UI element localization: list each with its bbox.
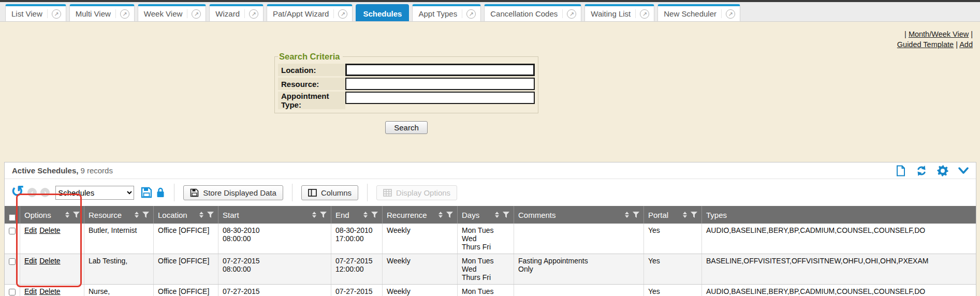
search-criteria-fieldset: Search Criteria Location: Resource: Appo… (274, 52, 538, 113)
tab-schedules[interactable]: Schedules (356, 4, 409, 21)
column-header-location[interactable]: Location (154, 206, 218, 224)
view-select[interactable]: Schedules (55, 186, 134, 200)
delete-link[interactable]: Delete (39, 287, 60, 295)
tab-label: List View (10, 9, 48, 18)
panel-title-bold: Active Schedules, (12, 166, 78, 175)
save-view-icon[interactable] (141, 187, 152, 198)
cell-options: EditDelete (20, 224, 84, 254)
tab-label: Week View (143, 9, 187, 18)
filter-funnel-icon[interactable] (633, 212, 639, 218)
sort-icon[interactable] (435, 212, 443, 218)
filter-funnel-icon[interactable] (320, 212, 327, 218)
column-label: Types (706, 211, 727, 219)
collapse-chevron-icon[interactable] (958, 167, 969, 174)
resource-input[interactable] (345, 78, 535, 90)
select-all-checkbox[interactable] (9, 214, 16, 221)
appointment-type-input[interactable] (345, 92, 535, 104)
column-header-portal[interactable]: Portal (644, 206, 702, 224)
cell-days: Mon Tues Wed Thurs Fri (458, 254, 514, 284)
filter-funnel-icon[interactable] (142, 212, 149, 218)
sort-icon[interactable] (492, 212, 499, 218)
column-header-options[interactable]: Options (20, 206, 84, 224)
settings-gear-icon[interactable] (937, 165, 948, 176)
filter-funnel-icon[interactable] (691, 212, 697, 218)
tab-multi-view[interactable]: Multi View ↗ (69, 4, 135, 21)
location-input[interactable] (345, 64, 535, 76)
column-header-start[interactable]: Start (218, 206, 331, 224)
edit-link[interactable]: Edit (24, 257, 37, 265)
tab-appt-types[interactable]: Appt Types ↗ (412, 4, 481, 21)
column-header-days[interactable]: Days (458, 206, 514, 224)
cell-types: AUDIO,BASELINE,BERY,BP,CADMIUM,COUNSEL,C… (702, 285, 976, 296)
tab-week-view[interactable]: Week View ↗ (138, 4, 206, 21)
sort-icon[interactable] (309, 212, 316, 218)
row-checkbox[interactable] (9, 258, 16, 265)
search-button[interactable]: Search (385, 121, 428, 134)
filter-funnel-icon[interactable] (371, 212, 378, 218)
external-link-icon[interactable]: ↗ (52, 9, 61, 19)
tab-pat-appt-wizard[interactable]: Pat/Appt Wizard ↗ (267, 4, 353, 21)
column-header-resource[interactable]: Resource (84, 206, 154, 224)
column-header-comments[interactable]: Comments (514, 206, 644, 224)
display-options-icon (383, 189, 392, 197)
cell-start: 08-30-2010 08:00:00 (218, 224, 331, 254)
tab-cancellation-codes[interactable]: Cancellation Codes ↗ (484, 4, 581, 21)
edit-link[interactable]: Edit (24, 226, 37, 234)
history-forward-icon: › (40, 188, 50, 197)
sort-icon[interactable] (680, 212, 687, 218)
delete-link[interactable]: Delete (39, 226, 60, 234)
external-link-icon[interactable]: ↗ (192, 9, 201, 19)
new-document-icon[interactable] (896, 165, 906, 176)
store-displayed-data-label: Store Displayed Data (203, 188, 276, 197)
tab-label: Waiting List (590, 9, 636, 18)
column-label: Start (223, 211, 239, 219)
external-link-icon[interactable]: ↗ (640, 9, 649, 19)
table-header-row: Options Resource Location Start End (5, 206, 976, 224)
undo-icon[interactable]: ↺ (11, 184, 24, 199)
edit-link[interactable]: Edit (24, 287, 37, 295)
panel-header: Active Schedules,9 records (5, 162, 976, 179)
cell-start: 07-27-2015 08:00:00 (218, 285, 331, 296)
sort-icon[interactable] (622, 212, 629, 218)
sort-icon[interactable] (196, 212, 203, 218)
external-link-icon[interactable]: ↗ (338, 9, 347, 19)
external-link-icon[interactable]: ↗ (120, 9, 129, 19)
external-link-icon[interactable]: ↗ (567, 9, 576, 19)
filter-funnel-icon[interactable] (446, 212, 453, 218)
columns-button[interactable]: Columns (301, 185, 358, 200)
display-options-button: Display Options (376, 185, 457, 200)
delete-link[interactable]: Delete (39, 257, 60, 265)
external-link-icon[interactable]: ↗ (466, 9, 476, 19)
history-back-icon: ‹ (27, 188, 37, 197)
column-header-types[interactable]: Types (702, 206, 976, 224)
filter-funnel-icon[interactable] (503, 212, 509, 218)
columns-icon (308, 189, 317, 197)
column-header-recurrence[interactable]: Recurrence (383, 206, 458, 224)
tab-waiting-list[interactable]: Waiting List ↗ (584, 4, 654, 21)
store-displayed-data-button[interactable]: Store Displayed Data (183, 185, 283, 200)
sort-icon[interactable] (62, 212, 69, 218)
column-header-end[interactable]: End (331, 206, 383, 224)
location-label: Location: (278, 64, 345, 76)
add-link[interactable]: Add (959, 40, 973, 49)
external-link-icon[interactable]: ↗ (726, 9, 735, 19)
external-link-icon[interactable]: ↗ (249, 9, 258, 19)
sort-icon[interactable] (360, 212, 368, 218)
month-week-view-link[interactable]: Month/Week View (909, 30, 969, 38)
filter-funnel-icon[interactable] (73, 212, 80, 218)
filter-funnel-icon[interactable] (207, 212, 214, 218)
cell-options: EditDelete (20, 285, 84, 296)
sort-icon[interactable] (131, 212, 139, 218)
row-checkbox[interactable] (9, 228, 16, 234)
cell-portal: Yes (644, 285, 702, 296)
tab-wizard[interactable]: Wizard ↗ (209, 4, 264, 21)
tab-new-scheduler[interactable]: New Scheduler ↗ (657, 4, 740, 21)
row-checkbox[interactable] (9, 289, 16, 295)
refresh-icon[interactable] (916, 165, 927, 176)
cell-end: 08-30-2010 17:00:00 (331, 224, 383, 254)
tab-list-view[interactable]: List View ↗ (5, 4, 66, 21)
cell-days: Mon Tues Wed Thurs Fri (458, 224, 514, 254)
lock-icon[interactable] (156, 187, 165, 198)
search-criteria-section: Search Criteria Location: Resource: Appo… (274, 52, 538, 134)
guided-template-link[interactable]: Guided Template (897, 40, 954, 49)
